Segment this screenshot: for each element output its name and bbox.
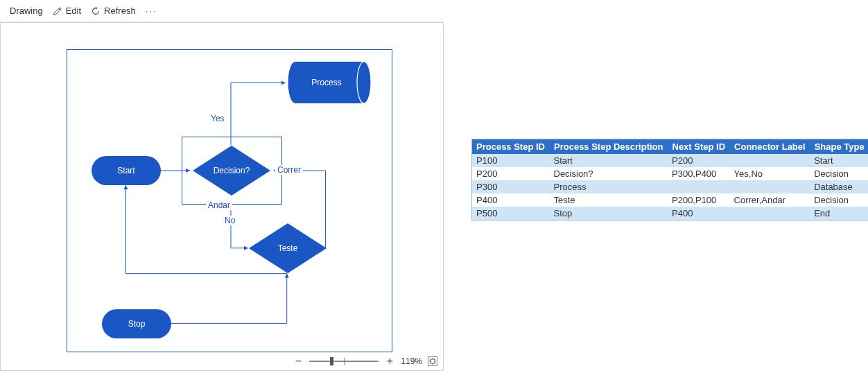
zoom-out-button[interactable]: − xyxy=(293,355,304,368)
zoom-in-button[interactable]: + xyxy=(384,355,395,368)
zoom-value: 119% xyxy=(401,356,422,366)
table-header-row: Process Step ID Process Step Description… xyxy=(472,139,868,154)
drawing-title-label: Drawing xyxy=(10,6,43,16)
shape-stop[interactable]: Stop xyxy=(102,309,171,338)
shape-decision[interactable]: Decision? xyxy=(193,146,270,196)
fit-to-window-button[interactable] xyxy=(428,356,437,366)
col-next-step: Next Step ID xyxy=(668,139,730,154)
svg-rect-4 xyxy=(431,359,435,363)
process-table-wrap: Process Step ID Process Step Description… xyxy=(471,139,868,221)
shape-start-label: Start xyxy=(117,166,134,175)
connector-label-yes: Yes xyxy=(209,114,227,123)
process-table: Process Step ID Process Step Description… xyxy=(472,139,868,220)
shape-stop-label: Stop xyxy=(128,319,146,329)
toolbar: Drawing Edit Refresh ··· xyxy=(0,0,444,22)
pencil-icon xyxy=(53,6,62,16)
more-actions-button[interactable]: ··· xyxy=(146,6,157,16)
shape-process[interactable]: Process xyxy=(288,62,371,103)
refresh-button[interactable]: Refresh xyxy=(91,6,136,16)
refresh-label: Refresh xyxy=(104,6,136,16)
shape-decision-label: Decision? xyxy=(214,166,250,175)
table-row[interactable]: P300 Process Database xyxy=(472,180,868,193)
connector-label-no: No xyxy=(223,216,237,225)
drawing-title: Drawing xyxy=(10,6,43,16)
zoom-slider[interactable] xyxy=(309,356,379,366)
shape-process-label: Process xyxy=(311,78,341,87)
table-row[interactable]: P100 Start P200 Start xyxy=(472,154,868,167)
table-row[interactable]: P400 Teste P200,P100 Correr,Andar Decisi… xyxy=(472,193,868,207)
svg-point-2 xyxy=(357,62,371,103)
shape-start[interactable]: Start xyxy=(92,156,161,185)
status-bar: − + 119% xyxy=(293,352,443,370)
col-connector: Connector Label xyxy=(730,139,810,154)
edit-label: Edit xyxy=(66,6,81,16)
shape-teste[interactable]: Teste xyxy=(249,223,327,273)
refresh-icon xyxy=(91,6,101,16)
edit-button[interactable]: Edit xyxy=(53,6,81,16)
col-step-id: Process Step ID xyxy=(472,139,550,154)
drawing-panel: Yes No Correr Andar Start Decision? Proc… xyxy=(0,22,444,371)
connector-label-correr: Correr xyxy=(275,165,303,175)
drawing-canvas[interactable]: Yes No Correr Andar Start Decision? Proc… xyxy=(1,23,443,352)
table-row[interactable]: P200 Decision? P300,P400 Yes,No Decision xyxy=(472,167,868,180)
col-shape-type: Shape Type xyxy=(810,139,868,154)
connector-label-andar: Andar xyxy=(206,200,232,210)
col-step-desc: Process Step Description xyxy=(550,139,668,154)
table-row[interactable]: P500 Stop P400 End xyxy=(472,207,868,220)
shape-teste-label: Teste xyxy=(278,243,298,253)
